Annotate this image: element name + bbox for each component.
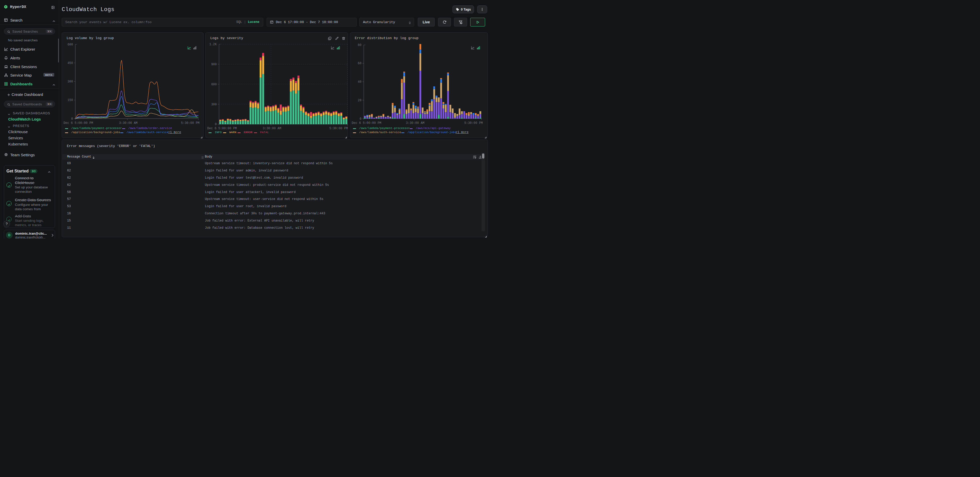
svg-text:600: 600 (67, 43, 73, 46)
svg-text:20: 20 (358, 99, 361, 102)
svg-text:150: 150 (67, 99, 73, 102)
svg-text:0: 0 (360, 117, 361, 121)
svg-text:0: 0 (215, 122, 217, 126)
svg-text:900: 900 (211, 63, 217, 66)
svg-text:1.2K: 1.2K (209, 43, 217, 46)
svg-text:40: 40 (358, 80, 361, 84)
svg-text:60: 60 (358, 62, 361, 65)
svg-text:450: 450 (67, 61, 73, 65)
svg-text:600: 600 (211, 83, 217, 86)
svg-text:0: 0 (71, 117, 73, 121)
svg-text:80: 80 (358, 43, 361, 47)
svg-text:300: 300 (211, 103, 217, 107)
svg-text:300: 300 (67, 80, 73, 84)
